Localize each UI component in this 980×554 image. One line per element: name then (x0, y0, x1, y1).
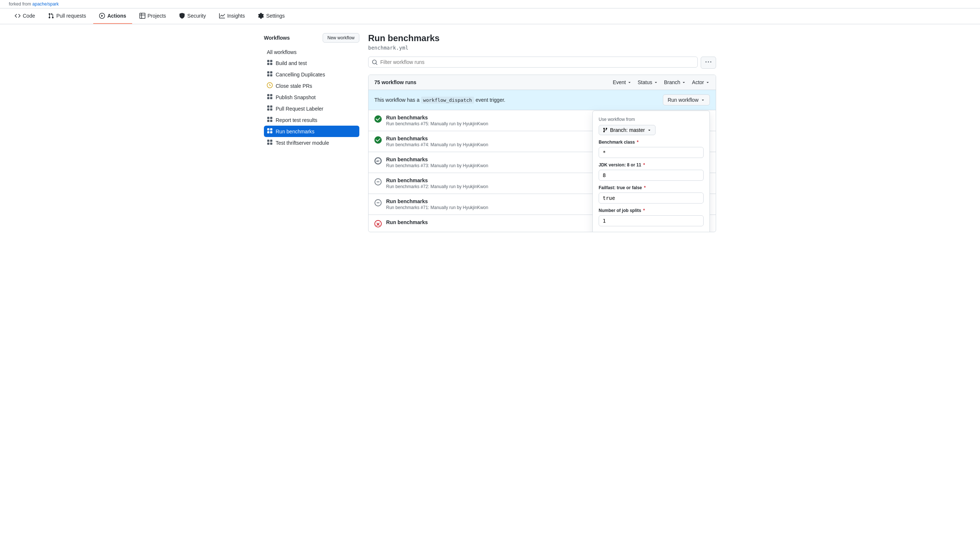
popup-branch-section: Branch: master (599, 125, 704, 135)
cancelled-icon (374, 178, 382, 185)
sidebar: Workflows New workflow All workflows Bui… (264, 33, 360, 232)
workflow-icon (267, 71, 273, 78)
actor-filter-button[interactable]: Actor (692, 79, 710, 85)
success-icon (374, 115, 382, 123)
pull-request-icon (48, 13, 54, 19)
sidebar-label: Run benchmarks (276, 129, 315, 134)
sidebar-item-all-workflows[interactable]: All workflows (264, 47, 360, 57)
sidebar-item-publish-snapshot[interactable]: Publish Snapshot (264, 91, 360, 103)
run-workflow-button[interactable]: Run workflow (663, 94, 710, 105)
branch-select-button[interactable]: Branch: master (599, 125, 655, 135)
clock-icon (267, 82, 273, 89)
dispatch-banner: This workflow has a workflow_dispatch ev… (369, 90, 716, 110)
gear-icon (258, 13, 264, 19)
success-icon (374, 136, 382, 144)
filter-bar (368, 57, 716, 69)
new-workflow-button[interactable]: New workflow (323, 33, 360, 43)
filter-buttons: Event Status Branch Actor (612, 79, 710, 85)
branch-select-label: Branch: master (610, 127, 645, 133)
table-icon (140, 13, 145, 19)
jdk-version-input[interactable] (599, 170, 704, 181)
status-filter-label: Status (638, 79, 652, 85)
sidebar-label: Report test results (276, 117, 318, 123)
nav-label-settings: Settings (266, 13, 285, 19)
sidebar-item-build-and-test[interactable]: Build and test (264, 57, 360, 69)
status-filter-button[interactable]: Status (638, 79, 658, 85)
sidebar-item-run-benchmarks[interactable]: Run benchmarks (264, 126, 360, 137)
sidebar-item-cancelling-duplicates[interactable]: Cancelling Duplicates (264, 69, 360, 80)
required-marker: * (644, 185, 646, 190)
sidebar-header: Workflows New workflow (264, 33, 360, 43)
code-icon (15, 13, 21, 19)
sidebar-title: Workflows (264, 35, 290, 41)
runs-header: 75 workflow runs Event Status Branch (369, 75, 716, 90)
filter-input-wrap (368, 57, 698, 69)
nav-label-security: Security (187, 13, 206, 19)
main-layout: Workflows New workflow All workflows Bui… (255, 24, 725, 241)
event-filter-button[interactable]: Event (612, 79, 632, 85)
forked-from-bar: forked from apache/spark (0, 0, 980, 8)
required-marker: * (643, 208, 645, 213)
nav-label-pull-requests: Pull requests (56, 13, 86, 19)
required-marker: * (643, 162, 645, 168)
popup-use-label: Use workflow from (599, 117, 704, 122)
benchmark-class-input[interactable] (599, 147, 704, 158)
forked-from-link[interactable]: apache/spark (32, 2, 59, 6)
failfast-input[interactable] (599, 193, 704, 204)
workflow-icon (267, 59, 273, 67)
sidebar-label: Close stale PRs (276, 83, 312, 89)
search-icon (372, 59, 378, 66)
main-nav: Code Pull requests Actions Projects Secu… (0, 8, 980, 24)
cancelled-icon (374, 157, 382, 164)
actor-filter-label: Actor (692, 79, 704, 85)
nav-label-projects: Projects (148, 13, 166, 19)
sidebar-label: Build and test (276, 60, 307, 66)
nav-item-code[interactable]: Code (9, 8, 41, 24)
nav-item-settings[interactable]: Settings (252, 8, 291, 24)
branch-filter-label: Branch (664, 79, 680, 85)
main-content: Run benchmarks benchmark.yml 75 workflow… (368, 33, 716, 232)
page-subtitle: benchmark.yml (368, 45, 716, 51)
sidebar-label: Test thriftserver module (276, 140, 329, 146)
nav-item-pull-requests[interactable]: Pull requests (42, 8, 92, 24)
graph-icon (219, 13, 225, 19)
run-workflow-popup: Use workflow from Branch: master Ben (592, 110, 710, 232)
runs-table: 75 workflow runs Event Status Branch (368, 75, 716, 232)
sidebar-item-pull-request-labeler[interactable]: Pull Request Labeler (264, 103, 360, 114)
sidebar-label: Pull Request Labeler (276, 106, 323, 112)
all-workflows-label: All workflows (267, 49, 297, 55)
nav-item-projects[interactable]: Projects (134, 8, 172, 24)
job-splits-input[interactable] (599, 215, 704, 226)
more-options-button[interactable] (701, 57, 716, 69)
workflow-icon (267, 128, 273, 135)
failed-icon (374, 220, 382, 227)
play-circle-icon (99, 13, 105, 19)
nav-label-actions: Actions (107, 13, 126, 19)
page-title: Run benchmarks (368, 33, 716, 43)
nav-item-actions[interactable]: Actions (93, 8, 132, 24)
workflow-icon (267, 105, 273, 112)
shield-icon (179, 13, 185, 19)
sidebar-item-report-test-results[interactable]: Report test results (264, 114, 360, 126)
popup-field-job-splits: Number of job splits * (599, 208, 704, 226)
nav-label-insights: Insights (227, 13, 245, 19)
sidebar-item-test-thriftserver-module[interactable]: Test thriftserver module (264, 137, 360, 148)
filter-input[interactable] (368, 57, 698, 68)
workflow-icon (267, 139, 273, 146)
cancelled-icon (374, 199, 382, 206)
sidebar-label: Cancelling Duplicates (276, 72, 325, 78)
branch-filter-button[interactable]: Branch (664, 79, 686, 85)
workflow-icon (267, 94, 273, 101)
nav-item-security[interactable]: Security (173, 8, 212, 24)
workflow-icon (267, 117, 273, 123)
nav-label-code: Code (23, 13, 35, 19)
popup-field-jdk-version: JDK version: 8 or 11 * (599, 162, 704, 181)
sidebar-label: Publish Snapshot (276, 94, 316, 100)
run-workflow-container: Run workflow Use workflow from Branch: m… (663, 94, 710, 105)
dispatch-code: workflow_dispatch (421, 97, 474, 104)
runs-count: 75 workflow runs (374, 79, 416, 85)
nav-item-insights[interactable]: Insights (213, 8, 251, 24)
popup-field-benchmark-class: Benchmark class * (599, 140, 704, 158)
event-filter-label: Event (612, 79, 626, 85)
sidebar-item-close-stale-prs[interactable]: Close stale PRs (264, 80, 360, 91)
